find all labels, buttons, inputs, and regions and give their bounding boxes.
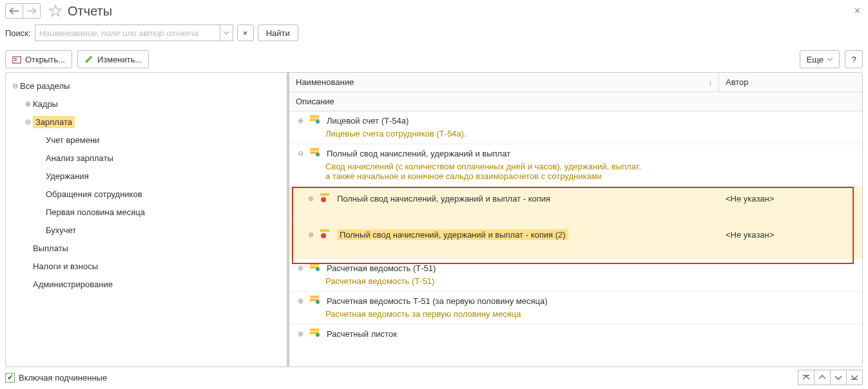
report-icon [310, 328, 322, 339]
report-description: Расчетная ведомость (Т-51) [289, 274, 862, 287]
help-button[interactable]: ? [845, 50, 863, 68]
svg-rect-9 [320, 193, 329, 196]
svg-rect-19 [310, 328, 319, 331]
expand-icon[interactable]: ⊕ [296, 117, 305, 125]
report-description: Свод начислений (с количеством оплаченны… [289, 159, 862, 182]
tree-root[interactable]: ⊖Все разделы [6, 77, 287, 95]
tree-kadry[interactable]: ⊕Кадры [6, 95, 287, 113]
scroll-up-button[interactable] [814, 370, 831, 385]
svg-rect-13 [310, 263, 319, 265]
svg-rect-16 [310, 296, 319, 298]
report-icon [310, 148, 322, 159]
more-button[interactable]: Еще [800, 50, 840, 68]
report-item-copy[interactable]: ⊕Полный свод начислений, удержаний и вып… [289, 187, 862, 223]
svg-point-5 [316, 120, 320, 124]
report-icon [310, 263, 322, 274]
include-subordinates-label: Включая подчиненные [19, 373, 107, 383]
report-item[interactable]: ⊕Расчетный листок [289, 325, 862, 343]
svg-point-15 [316, 267, 320, 271]
report-user-icon [320, 229, 332, 240]
open-label: Открыть... [25, 55, 65, 64]
category-tree: ⊖Все разделы ⊕Кадры ⊖Зарплата Учет време… [6, 73, 289, 366]
svg-point-18 [316, 300, 320, 304]
sort-asc-icon: ↓ [708, 78, 712, 87]
col-name[interactable]: Наименование↓ [289, 73, 719, 91]
checkbox-icon: ✔ [5, 373, 15, 383]
svg-point-12 [321, 233, 326, 238]
svg-rect-3 [310, 115, 319, 118]
tree-admin[interactable]: Администрирование [6, 275, 287, 293]
expand-icon[interactable]: ⊕ [296, 297, 305, 305]
tree-uderzh[interactable]: Удержания [6, 167, 287, 185]
edit-label: Изменить... [97, 55, 142, 64]
svg-rect-6 [310, 148, 319, 151]
search-label: Поиск: [5, 28, 31, 38]
find-button[interactable]: Найти [258, 24, 298, 41]
tree-buhuchet[interactable]: Бухучет [6, 221, 287, 239]
tree-pervaya[interactable]: Первая половина месяца [6, 203, 287, 221]
nav-forward-button[interactable] [23, 3, 41, 19]
svg-rect-1 [14, 58, 17, 59]
expand-icon[interactable]: ⊕ [296, 330, 305, 338]
open-button[interactable]: Открыть... [5, 50, 72, 68]
search-dropdown-button[interactable] [220, 24, 233, 41]
tree-obrash[interactable]: Обращения сотрудников [6, 185, 287, 203]
tree-vyplaty[interactable]: Выплаты [6, 239, 287, 257]
open-icon [12, 55, 21, 64]
pencil-icon [84, 55, 93, 64]
author-cell: <Не указан> [719, 230, 862, 240]
expand-icon[interactable]: ⊕ [306, 194, 315, 203]
svg-rect-2 [14, 60, 17, 61]
tree-nalogi[interactable]: Налоги и взносы [6, 257, 287, 275]
scroll-down-button[interactable] [830, 370, 847, 385]
nav-back-button[interactable] [5, 3, 23, 19]
collapse-icon[interactable]: ⊖ [10, 82, 20, 90]
report-icon [310, 296, 322, 307]
scroll-top-button[interactable] [798, 370, 815, 385]
clear-search-button[interactable]: × [237, 24, 254, 41]
chevron-down-icon [827, 58, 833, 61]
report-description: Расчетная ведомость за первую половину м… [289, 307, 862, 320]
edit-button[interactable]: Изменить... [77, 50, 149, 68]
tree-zarplata[interactable]: ⊖Зарплата [6, 113, 287, 131]
report-item[interactable]: ⊖Полный свод начислений, удержаний и вып… [289, 144, 862, 187]
collapse-icon[interactable]: ⊖ [23, 118, 33, 126]
tree-uchet[interactable]: Учет времени [6, 131, 287, 149]
collapse-icon[interactable]: ⊖ [296, 149, 305, 158]
report-item-copy[interactable]: ⊕Полный свод начислений, удержаний и вып… [289, 223, 862, 259]
author-cell: <Не указан> [719, 194, 862, 204]
table-header: Наименование↓ Автор [289, 73, 862, 92]
tree-analiz[interactable]: Анализ зарплаты [6, 149, 287, 167]
report-item[interactable]: ⊕Расчетная ведомость Т-51 (за первую пол… [289, 292, 862, 325]
expand-icon[interactable]: ⊕ [306, 231, 315, 239]
favorite-star-icon[interactable] [47, 3, 64, 19]
expand-icon[interactable]: ⊕ [23, 100, 33, 108]
report-description: Лицевые счета сотрудников (Т-54а). [289, 126, 862, 140]
svg-point-8 [316, 153, 320, 157]
report-item[interactable]: ⊕Лицевой счет (Т-54а) Лицевые счета сотр… [289, 111, 862, 144]
svg-point-10 [321, 197, 326, 202]
expand-icon[interactable]: ⊕ [296, 264, 305, 272]
close-icon[interactable]: × [854, 5, 860, 17]
col-author[interactable]: Автор [719, 73, 862, 91]
search-input[interactable] [35, 24, 220, 41]
more-label: Еще [807, 55, 824, 64]
scroll-bottom-button[interactable] [846, 370, 863, 385]
col-description[interactable]: Описание [289, 92, 862, 111]
report-item[interactable]: ⊕Расчетная ведомость (Т-51) Расчетная ве… [289, 259, 862, 292]
include-subordinates-checkbox[interactable]: ✔ Включая подчиненные [5, 373, 107, 383]
svg-rect-11 [320, 229, 329, 232]
svg-point-21 [316, 333, 320, 337]
report-icon [310, 115, 322, 126]
report-user-icon [320, 193, 332, 204]
page-title: Отчеты [68, 4, 112, 19]
